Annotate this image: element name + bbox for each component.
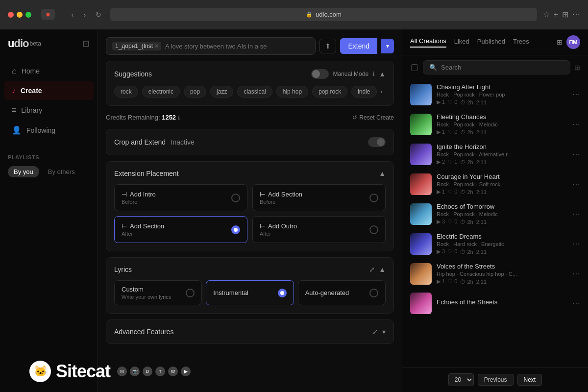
- genre-tag-indie[interactable]: indie: [351, 86, 376, 98]
- placement-option-intro-before[interactable]: ⊣ Add Intro Before: [114, 184, 247, 211]
- sidebar-item-create[interactable]: ♪ Create: [4, 81, 94, 100]
- playlist-tab-by-you[interactable]: By you: [8, 166, 39, 177]
- lyrics-instrumental-radio[interactable]: [278, 289, 287, 297]
- search-input[interactable]: [441, 64, 564, 71]
- credits-info-icon[interactable]: ℹ: [178, 115, 180, 121]
- lyrics-instrumental-main: Instrumental: [213, 289, 248, 296]
- more-genres-button[interactable]: ›: [381, 88, 383, 95]
- lyrics-option-custom[interactable]: Custom Write your own lyrics: [114, 280, 202, 305]
- forward-button[interactable]: ›: [81, 9, 89, 21]
- browser-navigation: ■ ‹ › ↻: [41, 9, 104, 21]
- track-item[interactable]: Echoes of Tomorrow Rock · Pop rock · Mel…: [402, 199, 588, 229]
- prompt-tag-close[interactable]: ×: [155, 43, 158, 49]
- track-more-button[interactable]: ⋯: [572, 179, 580, 189]
- layout-toggle-button[interactable]: ⊞: [574, 64, 580, 72]
- track-item[interactable]: Ignite the Horizon Rock · Pop rock · Alt…: [402, 139, 588, 169]
- track-more-button[interactable]: ⋯: [572, 239, 580, 248]
- lyrics-option-instrumental[interactable]: Instrumental: [206, 280, 294, 305]
- lyrics-collapse-button[interactable]: ▲: [379, 266, 386, 273]
- placement-option-section-before[interactable]: ⊢ Add Section Before: [252, 184, 386, 211]
- genre-tag-classical[interactable]: classical: [237, 86, 272, 98]
- minimize-button[interactable]: [17, 12, 23, 18]
- placement-option-section-after[interactable]: ⊢ Add Section After: [114, 216, 247, 243]
- track-more-button[interactable]: ⋯: [572, 90, 580, 99]
- track-item[interactable]: Voices of the Streets Hip hop · Consciou…: [402, 259, 588, 289]
- track-more-button[interactable]: ⋯: [572, 299, 580, 308]
- placement-section-after-radio[interactable]: [231, 225, 240, 234]
- page-size-select[interactable]: 20 50: [448, 373, 474, 386]
- tab-published[interactable]: Published: [477, 38, 505, 47]
- reset-create-button[interactable]: ↺ Reset Create: [352, 114, 394, 121]
- playlist-tab-by-others[interactable]: By others: [42, 166, 81, 177]
- previous-button[interactable]: Previous: [478, 374, 514, 386]
- track-item[interactable]: Electric Dreams Rock · Hard rock · Energ…: [402, 229, 588, 259]
- extensions-button[interactable]: ⊞: [562, 10, 568, 19]
- track-item[interactable]: Courage in Your Heart Rock · Pop rock · …: [402, 169, 588, 199]
- maximize-button[interactable]: [25, 12, 31, 18]
- advanced-expand-button[interactable]: ⤢: [372, 328, 378, 336]
- top-bar: 1_дорн1_(Inst × ⬆ Extend ▾: [106, 37, 394, 55]
- suggestions-controls: Manual Mode ℹ ▲: [311, 69, 386, 79]
- tab-all-creations[interactable]: All Creations: [410, 37, 446, 48]
- placement-intro-before-radio[interactable]: [231, 194, 240, 202]
- placement-option-outro-after[interactable]: ⊢ Add Outro After: [252, 216, 386, 243]
- extend-button[interactable]: Extend: [340, 38, 377, 54]
- genre-tag-hiphop[interactable]: hip hop: [276, 86, 308, 98]
- track-more-button[interactable]: ⋯: [572, 209, 580, 219]
- next-button[interactable]: Next: [517, 374, 542, 386]
- genre-tags: rock electronic pop jazz classical hip h…: [114, 86, 386, 98]
- placement-section-before-radio[interactable]: [369, 194, 378, 202]
- extension-placement-card: Extension Placement ▲ ⊣ Add Intro Before: [106, 161, 394, 251]
- track-more-button[interactable]: ⋯: [572, 149, 580, 159]
- browser-tab[interactable]: ■: [41, 9, 55, 20]
- placement-collapse-button[interactable]: ▲: [379, 170, 386, 177]
- track-more-button[interactable]: ⋯: [572, 269, 580, 278]
- crop-extend-toggle[interactable]: [368, 137, 386, 147]
- lyrics-option-auto[interactable]: Auto-generated: [298, 280, 386, 305]
- track-title: Fleeting Chances: [437, 113, 567, 121]
- track-item[interactable]: Fleeting Chances Rock · Pop rock · Melod…: [402, 109, 588, 139]
- lyrics-expand-button[interactable]: ⤢: [369, 266, 375, 273]
- genre-tag-electronic[interactable]: electronic: [142, 86, 180, 98]
- info-icon[interactable]: ℹ: [372, 71, 375, 77]
- bookmark-button[interactable]: ☆: [543, 10, 550, 19]
- sidebar-item-home[interactable]: ⌂ Home: [4, 62, 94, 80]
- back-button[interactable]: ‹: [69, 9, 77, 21]
- manual-mode-toggle[interactable]: [311, 69, 329, 79]
- track-item[interactable]: Echoes of the Streets ⋯: [402, 289, 588, 318]
- genre-tag-jazz[interactable]: jazz: [210, 86, 233, 98]
- close-button[interactable]: [8, 12, 14, 18]
- address-bar[interactable]: 🔒 udio.com: [110, 8, 537, 21]
- reload-button[interactable]: ↻: [93, 9, 104, 21]
- placement-outro-after-radio[interactable]: [369, 225, 378, 234]
- tab-trees[interactable]: Trees: [513, 38, 529, 47]
- track-more-button[interactable]: ⋯: [572, 120, 580, 129]
- new-tab-button[interactable]: +: [554, 10, 558, 19]
- select-all-checkbox[interactable]: [410, 63, 419, 72]
- genre-tag-pop[interactable]: pop: [184, 86, 206, 98]
- genre-tag-rock[interactable]: rock: [114, 86, 138, 98]
- prompt-container: 1_дорн1_(Inst ×: [106, 37, 316, 55]
- suggestions-collapse-button[interactable]: ▲: [379, 70, 386, 78]
- lyrics-custom-radio[interactable]: [186, 289, 195, 297]
- prompt-input[interactable]: [165, 43, 309, 50]
- sidebar-item-library[interactable]: ≡ Library: [4, 101, 94, 120]
- tab-liked[interactable]: Liked: [454, 38, 469, 47]
- menu-button[interactable]: ⋯: [572, 10, 580, 19]
- advanced-collapse-button[interactable]: ▾: [382, 328, 386, 336]
- create-icon: ♪: [12, 86, 16, 95]
- lyrics-auto-radio[interactable]: [369, 289, 378, 297]
- search-icon: 🔍: [429, 64, 437, 71]
- panel-grid-button[interactable]: ⊞: [557, 38, 563, 46]
- checkbox[interactable]: [411, 64, 418, 71]
- track-item[interactable]: Chasing After Light Rock · Pop rock · Po…: [402, 79, 588, 109]
- traffic-lights: [8, 12, 31, 18]
- social-y-icon: ▶: [181, 367, 191, 376]
- extend-dropdown-button[interactable]: ▾: [381, 39, 394, 53]
- genre-tag-poprock[interactable]: pop rock: [312, 86, 347, 98]
- duration-clock: ⏱ 2h: [460, 129, 473, 135]
- watermark-logo: 🐱: [29, 361, 51, 382]
- share-button[interactable]: ⬆: [319, 39, 336, 53]
- sidebar-toggle-button[interactable]: ⊡: [82, 38, 90, 49]
- sidebar-item-following[interactable]: 👤 Following: [4, 121, 94, 140]
